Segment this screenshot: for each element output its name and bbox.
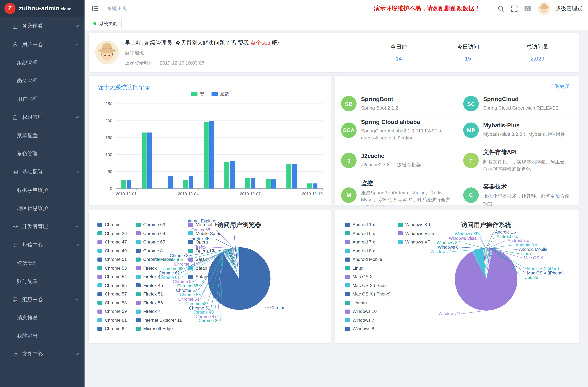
sidebar-item-permission-management[interactable]: 权限管理 <box>0 108 84 126</box>
legend-item[interactable]: 总数 <box>211 91 229 97</box>
sidebar-item-label: 我的消息 <box>17 333 38 339</box>
tech-desc: 封装文件接口，实现本地存储、阿里云、FastDFS存储的配置化 <box>483 158 574 172</box>
greeting-text-post: 吧~ <box>271 40 281 46</box>
svg-text:-: - <box>529 5 530 9</box>
sidebar-item-label: 地区信息维护 <box>17 205 48 212</box>
stat-label: 今日IP <box>364 43 433 51</box>
sidebar-item-label: 短信中心 <box>22 242 43 248</box>
sidebar-item-role-management[interactable]: 角色管理 <box>0 145 84 163</box>
sidebar-item-message-push[interactable]: 消息推送 <box>0 309 84 327</box>
stat-value: 14 <box>364 55 433 61</box>
user-icon <box>12 42 18 48</box>
svg-text:2019-12-07: 2019-12-07 <box>240 191 261 196</box>
sidebar-item-developer-management[interactable]: 开发者管理 <box>0 217 84 236</box>
tech-abbr-badge: SCA <box>341 122 357 138</box>
svg-text:Chrome 26: Chrome 26 <box>199 318 220 323</box>
svg-text:2019-12-04: 2019-12-04 <box>178 191 199 196</box>
app-root: Z zuihou-admincloud 务必详看用户中心组织管理岗位管理用户管理… <box>0 0 588 387</box>
main-content: 早上好, 超级管理员, 今天帮别人解决问题了吗 帮我 点个star 吧~ 疯狂加… <box>84 30 588 387</box>
os-pie-chart[interactable]: Windows XPWindows VistaWindows 8.1Window… <box>335 210 579 343</box>
chevron-down-icon <box>75 352 79 356</box>
sidebar-item-user-management[interactable]: 用户管理 <box>0 90 84 108</box>
visit-bar-chart[interactable]: 0501001502002502019-12-012019-12-042019-… <box>93 99 327 203</box>
chevron-down-icon <box>75 115 79 120</box>
sidebar-item-menu-config[interactable]: 菜单配置 <box>0 126 84 145</box>
tech-desc: 集成SpringBootAdmin、Zipkin、Redis、Mysql、定时任… <box>361 189 452 205</box>
tabbar: 系统主页 <box>84 17 588 31</box>
tech-desc: Spring Boot 2.1.2 <box>361 104 398 112</box>
sidebar-item-label: 消息推送 <box>17 314 38 321</box>
svg-text:250: 250 <box>105 102 112 106</box>
search-icon[interactable] <box>498 5 504 12</box>
svg-text:Mac OS X (iPad): Mac OS X (iPad) <box>527 266 559 271</box>
stat-label: 总访问量 <box>503 43 572 51</box>
font-size-icon[interactable]: A - <box>524 5 531 12</box>
last-login-time: 上次登录时间： 2019-12-10 10:03:08 <box>125 60 281 66</box>
tech-text: Mybatis-PlusMybatis-plus 3.2.0： Mybatis … <box>483 122 565 138</box>
tech-text: Spring Cloud alibabaSpringCloudAlibaba2.… <box>361 119 452 142</box>
svg-text:Windows Vista: Windows Vista <box>449 236 477 241</box>
sidebar-item-label: 权限管理 <box>22 114 43 121</box>
sidebar-item-post-management[interactable]: 岗位管理 <box>0 72 84 90</box>
tech-desc: Mybatis-plus 3.2.0： Mybatis 增强组件 <box>483 131 565 138</box>
svg-text:Mac OS X (iPhone): Mac OS X (iPhone) <box>527 271 564 275</box>
sidebar-item-must-read[interactable]: 务必详看 <box>0 17 84 35</box>
comment-icon <box>12 297 18 303</box>
visit-chart-legend: 您总数 <box>89 91 332 97</box>
sidebar: Z zuihou-admincloud 务必详看用户中心组织管理岗位管理用户管理… <box>0 0 84 387</box>
svg-text:Chrome 62: Chrome 62 <box>159 271 180 275</box>
tech-abbr-badge: M <box>341 187 357 203</box>
sidebar-item-area-maintenance[interactable]: 地区信息维护 <box>0 199 84 217</box>
sidebar-item-sms-management[interactable]: 短信管理 <box>0 254 84 272</box>
sidebar-item-org-management[interactable]: 组织管理 <box>0 54 84 72</box>
tech-desc: Spring Cloud Greenwich.RELEASE <box>483 104 559 112</box>
sidebar-item-label: 数据字典维护 <box>17 187 48 194</box>
stat-label: 今日访问 <box>433 43 503 51</box>
breadcrumb[interactable]: 系统主页 <box>107 5 127 12</box>
sidebar-item-label: 角色管理 <box>17 150 38 157</box>
sidebar-menu: 务必详看用户中心组织管理岗位管理用户管理权限管理菜单配置角色管理基础配置数据字典… <box>0 17 84 363</box>
svg-text:Firefox 56: Firefox 56 <box>191 227 210 232</box>
tech-card-springboot: SBSpringBootSpring Boot 2.1.2 <box>335 93 457 115</box>
tech-grid: SBSpringBootSpring Boot 2.1.2SCSpringClo… <box>335 93 579 205</box>
demo-warning-text: 演示环境维护不易，请勿乱删乱改数据！ <box>374 0 480 17</box>
sidebar-item-sms-center[interactable]: 短信中心 <box>0 236 84 254</box>
greeting-title: 早上好, 超级管理员, 今天帮别人解决问题了吗 帮我 点个star 吧~ <box>125 40 281 46</box>
svg-text:Chrome 54: Chrome 54 <box>178 297 199 302</box>
chevron-down-icon <box>75 170 79 174</box>
sidebar-item-account-config[interactable]: 账号配置 <box>0 272 84 290</box>
tab-home[interactable]: 系统主页 <box>89 19 122 28</box>
svg-text:100: 100 <box>105 152 112 157</box>
topbar: 系统主页 演示环境维护不易，请勿乱删乱改数据！ A - <box>84 0 588 17</box>
legend-label: 总数 <box>220 91 229 97</box>
sidebar-item-dict-maintenance[interactable]: 数据字典维护 <box>0 181 84 199</box>
username[interactable]: 超级管理员 <box>555 5 583 12</box>
tech-card-mybatis-plus: MPMybatis-PlusMybatis-plus 3.2.0： Mybati… <box>457 115 579 145</box>
sidebar-item-label: 开发者管理 <box>22 223 48 230</box>
svg-text:Chrome 49: Chrome 49 <box>193 310 214 314</box>
sidebar-item-my-messages[interactable]: 我的消息 <box>0 327 84 345</box>
tech-abbr-badge: J <box>341 153 357 168</box>
sidebar-item-label: 基础配置 <box>22 169 43 175</box>
svg-text:50: 50 <box>108 169 112 174</box>
fullscreen-icon[interactable] <box>511 5 518 12</box>
app-logo[interactable]: Z zuihou-admincloud <box>0 0 84 17</box>
svg-text:Chrome 59: Chrome 59 <box>173 279 194 284</box>
user-avatar[interactable] <box>538 2 550 15</box>
svg-text:Windows 10: Windows 10 <box>439 311 462 316</box>
visit-chart-card: 近十天系统访问记录 您总数 0501001502002502019-12-012… <box>89 76 332 205</box>
legend-item[interactable]: 您 <box>191 91 204 97</box>
os-chart-card: 访问用户操作系统 Android 1.xAndroid 6.xAndroid 7… <box>335 210 579 343</box>
menu-fold-icon[interactable] <box>91 5 99 12</box>
sidebar-item-basic-config[interactable]: 基础配置 <box>0 163 84 181</box>
sidebar-item-user-center[interactable]: 用户中心 <box>0 35 84 54</box>
browser-pie-chart[interactable]: Internet Explorer 11Firefox 56Firefox 45… <box>89 210 332 343</box>
svg-text:Windows 8.1: Windows 8.1 <box>437 240 461 245</box>
sidebar-item-file-center[interactable]: 文件中心 <box>0 345 84 363</box>
svg-text:Windows XP: Windows XP <box>455 231 479 236</box>
tech-desc: 虚拟化容器技术，让迁移、部署更加方便快捷 <box>483 193 574 206</box>
sidebar-item-message-center[interactable]: 消息中心 <box>0 290 84 309</box>
tech-title: 文件存储API <box>483 148 574 156</box>
learn-more-link[interactable]: 了解更多 <box>549 83 570 90</box>
star-link[interactable]: 点个star <box>250 40 271 46</box>
